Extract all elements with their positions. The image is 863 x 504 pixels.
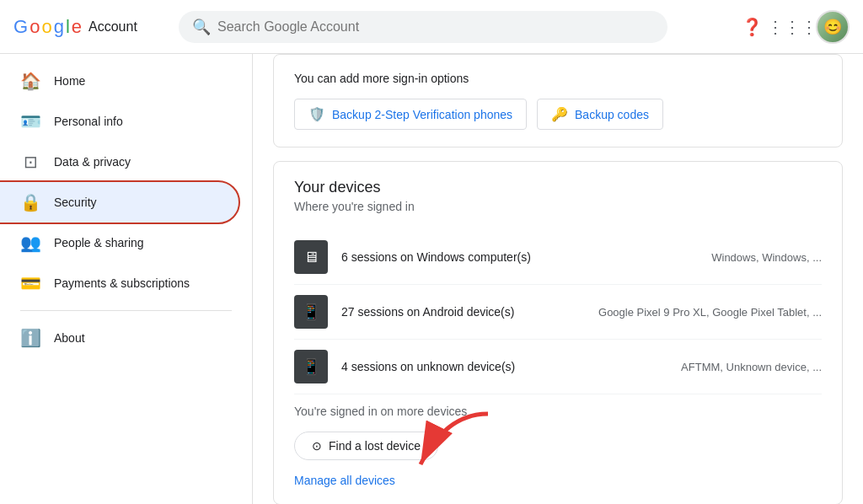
sidebar-item-about[interactable]: ℹ️ About <box>0 318 239 358</box>
sidebar: 🏠 Home 🪪 Personal info ⊡ Data & privacy … <box>0 54 253 504</box>
android-device-icon: 📱 <box>294 295 328 329</box>
shield-icon: 🛡️ <box>308 106 325 122</box>
logo-area: Google Account <box>13 16 165 38</box>
backup-codes-button[interactable]: 🔑 Backup codes <box>537 99 663 130</box>
device-name-unknown: 4 sessions on unknown device(s) <box>341 360 667 373</box>
signin-options-text: You can add more sign-in options <box>294 72 822 85</box>
about-icon: ℹ️ <box>20 328 40 348</box>
header-actions: ❓ ⋮⋮⋮ 😊 <box>735 10 850 44</box>
device-row-unknown: 📱 4 sessions on unknown device(s) AFTMM,… <box>294 340 822 394</box>
search-icon: 🔍 <box>192 18 211 36</box>
device-name-android: 27 sessions on Android device(s) <box>341 305 585 319</box>
help-button[interactable]: ❓ <box>735 10 769 44</box>
sidebar-label-home: Home <box>54 74 85 88</box>
people-sharing-icon: 👥 <box>20 233 40 253</box>
device-detail-android: Google Pixel 9 Pro XL, Google Pixel Tabl… <box>598 306 822 319</box>
devices-title: Your devices <box>294 179 822 196</box>
backup-verification-label: Backup 2-Step Verification phones <box>332 108 512 121</box>
sidebar-item-security[interactable]: 🔒 Security <box>0 182 239 223</box>
manage-all-container: Manage all devices <box>294 460 395 487</box>
sidebar-item-data-privacy[interactable]: ⊡ Data & privacy <box>0 142 239 182</box>
sidebar-item-home[interactable]: 🏠 Home <box>0 61 239 101</box>
apps-icon: ⋮⋮⋮ <box>767 17 817 37</box>
device-row-android: 📱 27 sessions on Android device(s) Googl… <box>294 285 822 340</box>
signin-options-card: You can add more sign-in options 🛡️ Back… <box>273 54 843 147</box>
help-icon: ❓ <box>742 17 763 37</box>
device-row-windows: 🖥 6 sessions on Windows com­puter(s) Win… <box>294 230 822 285</box>
signed-in-more-text: You're signed in on more devices <box>294 405 822 418</box>
backup-verification-button[interactable]: 🛡️ Backup 2-Step Verification phones <box>294 99 527 130</box>
unknown-device-icon: 📱 <box>294 350 328 383</box>
devices-card: Your devices Where you're signed in 🖥 6 … <box>273 161 843 504</box>
device-info-windows: 6 sessions on Windows com­puter(s) <box>341 250 698 264</box>
sidebar-item-people-sharing[interactable]: 👥 People & sharing <box>0 223 239 263</box>
sidebar-label-payments: Payments & subscriptions <box>54 276 190 290</box>
signin-buttons-row: 🛡️ Backup 2-Step Verification phones 🔑 B… <box>294 99 822 130</box>
signin-options-section: You can add more sign-in options 🛡️ Back… <box>274 55 842 147</box>
security-icon: 🔒 <box>20 192 40 212</box>
google-logo: Google <box>13 16 82 38</box>
device-info-unknown: 4 sessions on unknown device(s) <box>341 360 667 373</box>
devices-section: Your devices Where you're signed in 🖥 6 … <box>274 162 842 504</box>
search-input[interactable] <box>217 19 654 35</box>
account-title: Account <box>88 19 137 35</box>
devices-subtitle: Where you're signed in <box>294 200 822 213</box>
manage-all-devices-link[interactable]: Manage all devices <box>294 474 395 487</box>
find-device-icon: ⊙ <box>312 439 322 453</box>
sidebar-label-data-privacy: Data & privacy <box>54 155 131 169</box>
header: Google Account 🔍 ❓ ⋮⋮⋮ 😊 <box>0 0 863 54</box>
find-device-button[interactable]: ⊙ Find a lost device <box>294 432 438 460</box>
codes-icon: 🔑 <box>551 106 568 122</box>
backup-codes-label: Backup codes <box>575 108 649 121</box>
sidebar-divider <box>20 310 232 311</box>
main-layout: 🏠 Home 🪪 Personal info ⊡ Data & privacy … <box>0 54 863 504</box>
sidebar-label-security: Security <box>54 196 97 209</box>
find-device-label: Find a lost device <box>329 439 421 453</box>
content-area: You can add more sign-in options 🛡️ Back… <box>253 54 863 504</box>
home-icon: 🏠 <box>20 71 40 91</box>
sidebar-item-personal-info[interactable]: 🪪 Personal info <box>0 101 239 142</box>
device-detail-windows: Windows, Windows, ... <box>711 251 822 264</box>
device-name-windows: 6 sessions on Windows com­puter(s) <box>341 250 698 264</box>
avatar[interactable]: 😊 <box>816 10 850 44</box>
apps-button[interactable]: ⋮⋮⋮ <box>775 10 809 44</box>
sidebar-label-about: About <box>54 331 85 345</box>
sidebar-label-personal-info: Personal info <box>54 115 123 128</box>
windows-device-icon: 🖥 <box>294 240 328 274</box>
device-detail-unknown: AFTMM, Unknown device, ... <box>681 361 822 373</box>
device-info-android: 27 sessions on Android device(s) <box>341 305 585 319</box>
search-bar[interactable]: 🔍 <box>179 11 667 43</box>
sidebar-label-people-sharing: People & sharing <box>54 236 144 249</box>
data-privacy-icon: ⊡ <box>20 152 40 172</box>
sidebar-item-payments[interactable]: 💳 Payments & subscriptions <box>0 263 239 303</box>
personal-info-icon: 🪪 <box>20 111 40 131</box>
payments-icon: 💳 <box>20 273 40 293</box>
